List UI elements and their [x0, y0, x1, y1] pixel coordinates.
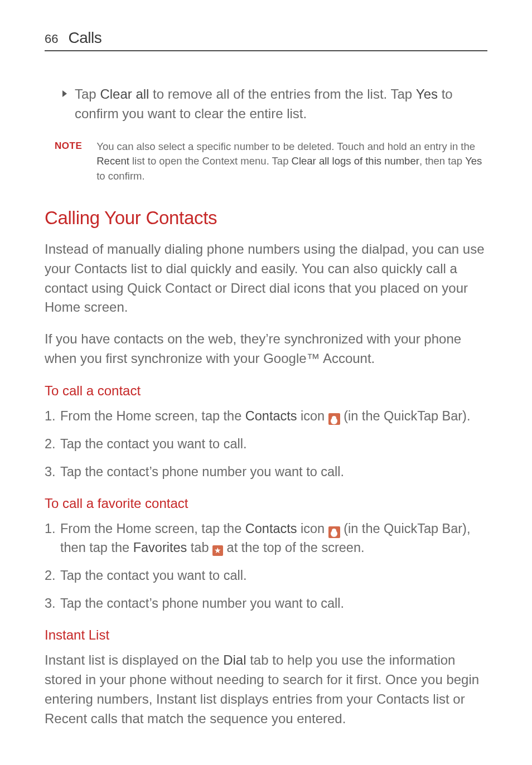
page-number: 66: [45, 32, 58, 46]
bold-text: Clear all: [100, 86, 149, 101]
text-fragment: , then tap: [419, 155, 465, 167]
heading-instant-list: Instant List: [45, 627, 487, 643]
step-number: 3.: [45, 594, 60, 613]
step-number: 2.: [45, 566, 60, 585]
bold-text: Recent: [96, 155, 129, 167]
text-fragment: to confirm.: [96, 170, 144, 182]
step-number: 1.: [45, 519, 60, 557]
bold-text: Yes: [465, 155, 482, 167]
note-block: NOTE You can also select a specific numb…: [55, 139, 487, 184]
text-fragment: From the Home screen, tap the: [60, 521, 245, 536]
bold-text: Contacts: [245, 409, 297, 423]
note-body: You can also select a specific number to…: [96, 139, 487, 184]
step-text: Tap the contact’s phone number you want …: [60, 462, 487, 481]
paragraph: If you have contacts on the web, they’re…: [45, 330, 487, 369]
text-fragment: Tap: [75, 86, 100, 101]
section-title: Calls: [68, 29, 101, 47]
text-fragment: icon: [297, 521, 328, 536]
text-fragment: icon: [297, 409, 328, 423]
bullet-text: Tap Clear all to remove all of the entri…: [75, 85, 487, 124]
paragraph: Instant list is displayed on the Dial ta…: [45, 651, 487, 728]
bold-text: Dial: [223, 652, 246, 667]
text-fragment: at the top of the screen.: [223, 540, 364, 555]
bold-text: Favorites: [133, 540, 187, 555]
contacts-icon: [328, 413, 340, 425]
list-item: 3. Tap the contact’s phone number you wa…: [45, 462, 487, 481]
contacts-icon: [328, 526, 340, 538]
bullet-item: Tap Clear all to remove all of the entri…: [62, 85, 487, 124]
text-fragment: list to open the Context menu. Tap: [129, 155, 292, 167]
text-fragment: From the Home screen, tap the: [60, 409, 245, 423]
text-fragment: tab: [187, 540, 212, 555]
text-fragment: (in the QuickTap Bar).: [340, 409, 471, 423]
text-fragment: Instant list is displayed on the: [45, 652, 223, 667]
triangle-right-icon: [62, 90, 67, 97]
step-text: From the Home screen, tap the Contacts i…: [60, 519, 487, 557]
bold-text: Clear all logs of this number: [292, 155, 419, 167]
list-item: 1. From the Home screen, tap the Contact…: [45, 406, 487, 425]
bold-text: Yes: [416, 86, 438, 101]
list-item: 3. Tap the contact’s phone number you wa…: [45, 594, 487, 613]
step-text: Tap the contact you want to call.: [60, 566, 487, 585]
step-text: Tap the contact’s phone number you want …: [60, 594, 487, 613]
ordered-list: 1. From the Home screen, tap the Contact…: [45, 519, 487, 613]
note-label: NOTE: [55, 141, 82, 184]
step-text: Tap the contact you want to call.: [60, 434, 487, 453]
heading-to-call-favorite: To call a favorite contact: [45, 496, 487, 511]
page-header: 66 Calls: [45, 29, 487, 51]
step-number: 1.: [45, 406, 60, 425]
step-number: 3.: [45, 462, 60, 481]
bold-text: Contacts: [245, 521, 297, 536]
text-fragment: to remove all of the entries from the li…: [149, 86, 415, 101]
step-text: From the Home screen, tap the Contacts i…: [60, 406, 487, 425]
heading-calling-contacts: Calling Your Contacts: [45, 207, 487, 229]
heading-to-call-contact: To call a contact: [45, 383, 487, 399]
paragraph: Instead of manually dialing phone number…: [45, 240, 487, 317]
star-icon: ★: [212, 545, 223, 556]
ordered-list: 1. From the Home screen, tap the Contact…: [45, 406, 487, 481]
list-item: 2. Tap the contact you want to call.: [45, 434, 487, 453]
list-item: 1. From the Home screen, tap the Contact…: [45, 519, 487, 557]
step-number: 2.: [45, 434, 60, 453]
list-item: 2. Tap the contact you want to call.: [45, 566, 487, 585]
text-fragment: You can also select a specific number to…: [96, 141, 475, 152]
page-content: 66 Calls Tap Clear all to remove all of …: [0, 0, 532, 765]
